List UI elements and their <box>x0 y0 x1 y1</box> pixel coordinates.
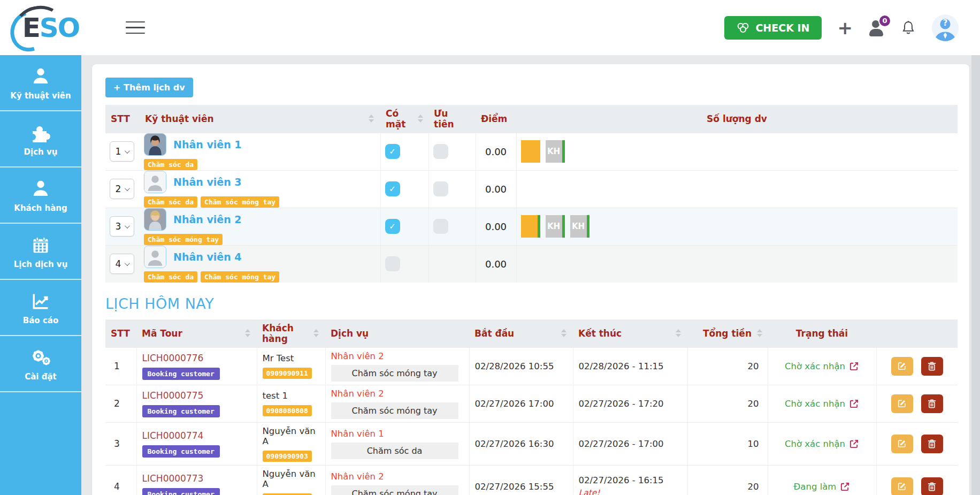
service-name: Chăm sóc da <box>331 443 458 459</box>
customer-type-badge: Booking customer <box>142 488 220 495</box>
start-time: 02/27/2026 17:00 <box>469 385 573 422</box>
coins-icon <box>736 21 750 34</box>
sort-icon[interactable] <box>369 115 374 123</box>
sidebar-item-customers[interactable]: Khách hàng <box>0 167 81 224</box>
sort-icon[interactable] <box>561 329 566 337</box>
score-value: 0.00 <box>476 208 516 245</box>
order-select[interactable]: 3 <box>110 216 134 237</box>
col-header-status: Trạng thái <box>768 319 876 347</box>
assigned-technician: Nhân viên 2 <box>331 351 384 361</box>
technician-link[interactable]: Nhân viên 1 <box>173 139 242 150</box>
customer-type-badge: Booking customer <box>142 368 220 380</box>
add-schedule-button[interactable]: + Thêm lịch dv <box>105 78 193 97</box>
customer-queue-icon[interactable]: 0 <box>869 19 885 36</box>
col-header-code[interactable]: Mã Tour <box>136 319 257 347</box>
col-header-customer[interactable]: Khách hàng <box>257 319 325 347</box>
start-time: 02/28/2026 10:55 <box>469 347 573 385</box>
technician-link[interactable]: Nhân viên 4 <box>173 251 242 263</box>
late-note: Late! <box>579 488 682 495</box>
sort-icon[interactable] <box>676 329 681 337</box>
skill-badge: Chăm sóc da <box>144 196 197 208</box>
gears-icon <box>30 346 51 367</box>
skill-badge: Chăm sóc móng tay <box>201 196 279 208</box>
col-header-service-count: Số lượng dv <box>516 105 958 133</box>
order-select[interactable]: 1 <box>110 141 134 162</box>
sidebar-item-service-schedule[interactable]: Lịch dịch vụ <box>0 224 81 280</box>
chevron-down-icon <box>125 148 130 154</box>
schedule-row: 2 LICH0000775Booking customer test 10908… <box>105 385 958 422</box>
edit-button[interactable] <box>891 357 913 376</box>
phone-badge: 0909090903 <box>263 451 312 462</box>
sidebar-item-services[interactable]: Dịch vụ <box>0 111 81 167</box>
sidebar-item-settings[interactable]: Cài đặt <box>0 336 81 392</box>
edit-button[interactable] <box>891 435 913 453</box>
delete-button[interactable] <box>921 477 943 495</box>
tour-code-link[interactable]: LICH0000776 <box>142 353 204 363</box>
sidebar-item-technicians[interactable]: Kỹ thuật viên <box>0 55 81 111</box>
priority-checkbox[interactable] <box>433 144 448 159</box>
user-avatar[interactable]: ? <box>932 14 959 41</box>
priority-checkbox[interactable] <box>433 181 448 196</box>
technician-avatar <box>144 208 166 231</box>
start-time: 02/27/2026 16:30 <box>469 422 573 465</box>
col-header-total[interactable]: Tổng tiền <box>687 319 768 347</box>
user-icon <box>30 177 51 199</box>
technician-avatar <box>144 171 166 193</box>
edit-button[interactable] <box>891 394 913 413</box>
col-header-technician[interactable]: Kỹ thuật viên <box>140 105 380 133</box>
present-checkbox[interactable] <box>385 144 400 159</box>
service-name: Chăm sóc móng tay <box>331 402 458 419</box>
check-in-button[interactable]: CHECK IN <box>724 16 821 40</box>
delete-button[interactable] <box>921 435 943 453</box>
notifications-bell-icon[interactable] <box>901 20 916 36</box>
present-checkbox[interactable] <box>385 219 400 234</box>
menu-toggle-icon[interactable] <box>126 21 145 34</box>
external-link-icon[interactable] <box>840 482 850 492</box>
schedule-row: 3 LICH0000774Booking customer Nguyễn văn… <box>105 422 958 465</box>
service-block[interactable] <box>521 140 540 163</box>
logo-text-e: E <box>22 12 40 43</box>
external-link-icon[interactable] <box>849 361 859 371</box>
sort-icon[interactable] <box>245 329 250 337</box>
sort-icon[interactable] <box>418 115 423 123</box>
tour-code-link[interactable]: LICH0000773 <box>142 473 204 484</box>
col-header-actions <box>876 319 958 347</box>
technician-link[interactable]: Nhân viên 3 <box>173 176 242 188</box>
app-logo[interactable]: ESO <box>16 9 86 47</box>
sidebar-item-reports[interactable]: Báo cáo <box>0 280 81 336</box>
staff-row: 2 Nhân viên 3 Chăm sóc daChăm sóc móng t… <box>105 170 958 208</box>
service-block[interactable] <box>521 215 540 238</box>
assigned-technician: Nhân viên 2 <box>331 389 384 399</box>
scrollbar-gutter[interactable] <box>971 55 980 495</box>
edit-button[interactable] <box>891 477 913 495</box>
present-checkbox[interactable] <box>385 181 400 196</box>
delete-button[interactable] <box>921 394 943 413</box>
col-header-present[interactable]: Có mặt <box>380 105 428 133</box>
help-question-mark: ? <box>932 18 959 28</box>
order-select[interactable]: 4 <box>110 254 134 274</box>
top-header: ESO CHECK IN + 0 ? <box>0 0 980 55</box>
external-link-icon[interactable] <box>849 399 859 409</box>
present-checkbox[interactable] <box>385 256 400 271</box>
sort-icon[interactable] <box>757 329 762 337</box>
status-text: Chờ xác nhận <box>785 361 845 371</box>
col-header-service: Dịch vụ <box>325 319 469 347</box>
service-block-kh[interactable]: KH <box>546 215 565 238</box>
order-select[interactable]: 2 <box>110 179 134 199</box>
add-icon[interactable]: + <box>838 19 853 37</box>
delete-button[interactable] <box>921 357 943 376</box>
technician-link[interactable]: Nhân viên 2 <box>173 214 242 225</box>
external-link-icon[interactable] <box>849 439 859 449</box>
service-block-kh[interactable]: KH <box>546 140 565 163</box>
tour-code-link[interactable]: LICH0000774 <box>142 430 204 441</box>
col-header-start[interactable]: Bắt đầu <box>469 319 573 347</box>
status-text: Chờ xác nhận <box>785 399 845 409</box>
main-content: + Thêm lịch dv STT Kỹ thuật viên Có mặt … <box>81 55 980 495</box>
service-block-kh[interactable]: KH <box>570 215 589 238</box>
tour-code-link[interactable]: LICH0000775 <box>142 390 204 401</box>
skill-badge: Chăm sóc da <box>144 271 197 283</box>
priority-checkbox[interactable] <box>433 219 448 234</box>
sort-icon[interactable] <box>313 329 319 337</box>
score-value: 0.00 <box>476 133 516 170</box>
col-header-end[interactable]: Kết thúc <box>573 319 687 347</box>
